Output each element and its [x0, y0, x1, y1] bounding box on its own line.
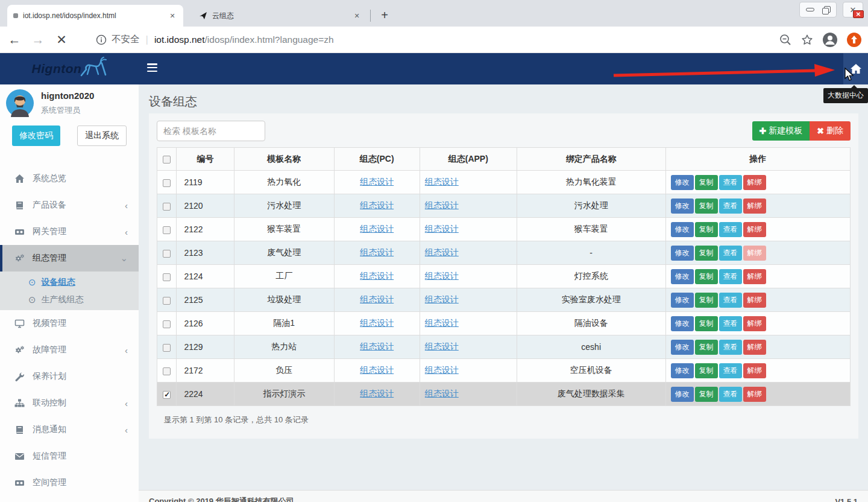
edit-button[interactable]: 修改 [671, 387, 694, 402]
browser-tab-inactive[interactable]: 云组态 ✕ [193, 5, 368, 27]
row-checkbox[interactable] [163, 250, 171, 258]
row-checkbox[interactable] [163, 391, 171, 399]
sidebar-item[interactable]: 短信管理 [0, 443, 139, 469]
menu-toggle-icon[interactable] [147, 63, 157, 72]
sidebar-item[interactable]: 消息通知‹ [0, 416, 139, 443]
config-pc-link[interactable]: 组态设计 [360, 365, 394, 375]
config-app-link[interactable]: 组态设计 [425, 271, 459, 281]
config-pc-link[interactable]: 组态设计 [360, 389, 394, 398]
close-button[interactable]: ✕✕ [843, 2, 863, 17]
update-badge-icon[interactable] [846, 32, 862, 48]
address-bar[interactable]: 不安全 | iot.idosp.net/idosp/index.html?lan… [96, 33, 334, 46]
edit-button[interactable]: 修改 [671, 246, 694, 261]
unbind-button[interactable]: 解绑 [743, 363, 766, 378]
config-app-link[interactable]: 组态设计 [425, 318, 459, 328]
sidebar-subitem[interactable]: ⊙设备组态 [0, 273, 139, 291]
row-checkbox[interactable] [163, 320, 171, 328]
sidebar-item[interactable]: 视频管理 [0, 310, 139, 337]
view-button[interactable]: 查看 [719, 316, 742, 331]
row-checkbox[interactable] [163, 273, 171, 281]
view-button[interactable]: 查看 [719, 363, 742, 378]
sidebar-item[interactable]: 保养计划 [0, 363, 139, 390]
sidebar-subitem[interactable]: ⊙生产线组态 [0, 291, 139, 308]
new-tab-button[interactable]: + [376, 7, 393, 24]
sidebar-item[interactable]: 产品设备‹ [0, 192, 139, 218]
edit-button[interactable]: 修改 [671, 222, 694, 237]
row-checkbox[interactable] [163, 226, 171, 234]
config-app-link[interactable]: 组态设计 [425, 342, 459, 351]
unbind-button[interactable]: 解绑 [743, 199, 766, 214]
config-pc-link[interactable]: 组态设计 [360, 318, 394, 328]
row-checkbox[interactable] [163, 179, 171, 187]
sidebar-item[interactable]: 组态管理⌄ [0, 245, 139, 272]
row-checkbox[interactable] [163, 203, 171, 211]
config-pc-link[interactable]: 组态设计 [360, 271, 394, 281]
bookmark-star-icon[interactable] [800, 33, 814, 46]
unbind-button[interactable]: 解绑 [743, 269, 766, 284]
copy-button[interactable]: 复制 [695, 199, 718, 214]
edit-button[interactable]: 修改 [671, 175, 694, 190]
sidebar-item[interactable]: 系统总览 [0, 165, 139, 192]
copy-button[interactable]: 复制 [695, 340, 718, 355]
config-app-link[interactable]: 组态设计 [425, 224, 459, 234]
unbind-button[interactable]: 解绑 [743, 222, 766, 237]
copy-button[interactable]: 复制 [695, 293, 718, 308]
profile-avatar-icon[interactable] [822, 32, 838, 48]
delete-button[interactable]: ✖删除 [810, 121, 851, 141]
row-checkbox[interactable] [163, 297, 171, 305]
config-pc-link[interactable]: 组态设计 [360, 224, 394, 234]
info-icon[interactable] [96, 34, 107, 45]
select-all-checkbox[interactable] [163, 156, 171, 164]
copy-button[interactable]: 复制 [695, 246, 718, 261]
config-pc-link[interactable]: 组态设计 [360, 294, 394, 304]
view-button[interactable]: 查看 [719, 222, 742, 237]
copy-button[interactable]: 复制 [695, 175, 718, 190]
zoom-icon[interactable] [779, 33, 792, 46]
change-password-button[interactable]: 修改密码 [12, 126, 60, 146]
copy-button[interactable]: 复制 [695, 269, 718, 284]
tab-close-icon[interactable]: ✕ [168, 11, 177, 21]
sidebar-item[interactable]: 网关管理‹ [0, 218, 139, 245]
sidebar-item[interactable]: 故障管理‹ [0, 337, 139, 363]
view-button[interactable]: 查看 [719, 387, 742, 402]
copy-button[interactable]: 复制 [695, 363, 718, 378]
browser-tab-active[interactable]: iot.idosp.net/idosp/index.html ✕ [7, 5, 183, 27]
config-app-link[interactable]: 组态设计 [425, 389, 459, 398]
edit-button[interactable]: 修改 [671, 340, 694, 355]
edit-button[interactable]: 修改 [671, 293, 694, 308]
unbind-button[interactable]: 解绑 [743, 246, 766, 261]
view-button[interactable]: 查看 [719, 340, 742, 355]
unbind-button[interactable]: 解绑 [743, 293, 766, 308]
sidebar-item[interactable]: 空间管理 [0, 469, 139, 496]
minimize-button[interactable] [802, 3, 818, 16]
forward-button[interactable]: → [29, 33, 47, 47]
row-checkbox[interactable] [163, 344, 171, 352]
edit-button[interactable]: 修改 [671, 269, 694, 284]
config-app-link[interactable]: 组态设计 [425, 200, 459, 210]
view-button[interactable]: 查看 [719, 199, 742, 214]
unbind-button[interactable]: 解绑 [743, 175, 766, 190]
row-checkbox[interactable] [163, 367, 171, 375]
home-button[interactable] [843, 53, 868, 84]
logout-button[interactable]: 退出系统 [77, 126, 127, 146]
config-app-link[interactable]: 组态设计 [425, 365, 459, 375]
new-template-button[interactable]: ✚新建模板 [752, 121, 810, 141]
config-app-link[interactable]: 组态设计 [425, 247, 459, 257]
tab-close-icon[interactable]: ✕ [352, 11, 362, 21]
view-button[interactable]: 查看 [719, 175, 742, 190]
config-app-link[interactable]: 组态设计 [425, 177, 459, 186]
unbind-button[interactable]: 解绑 [743, 387, 766, 402]
copy-button[interactable]: 复制 [695, 222, 718, 237]
config-app-link[interactable]: 组态设计 [425, 294, 459, 304]
view-button[interactable]: 查看 [719, 293, 742, 308]
edit-button[interactable]: 修改 [671, 363, 694, 378]
copy-button[interactable]: 复制 [695, 316, 718, 331]
search-input[interactable] [157, 121, 265, 141]
back-button[interactable]: ← [5, 33, 24, 47]
unbind-button[interactable]: 解绑 [743, 316, 766, 331]
restore-button[interactable] [818, 3, 834, 16]
edit-button[interactable]: 修改 [671, 199, 694, 214]
config-pc-link[interactable]: 组态设计 [360, 342, 394, 351]
stop-button[interactable]: ✕ [52, 33, 71, 47]
copy-button[interactable]: 复制 [695, 387, 718, 402]
